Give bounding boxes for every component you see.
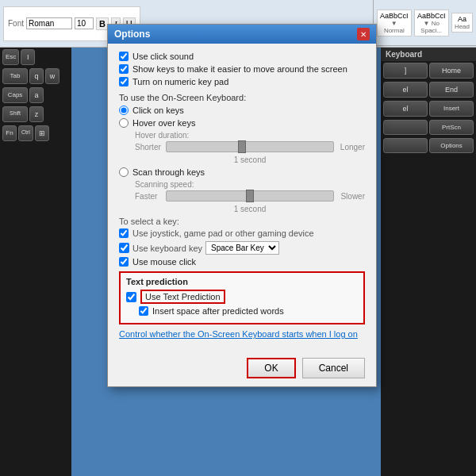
kb-key-win[interactable]: ⊞: [35, 125, 49, 141]
keyboard-key-checkbox[interactable]: [119, 243, 129, 253]
on-screen-label: To use the On-Screen Keyboard:: [119, 93, 365, 102]
hover-over-keys-radio[interactable]: [119, 118, 129, 128]
show-keys-label: Show keys to make it easier to move arou…: [132, 64, 347, 74]
hover-over-keys-label: Hover over keys: [132, 118, 195, 128]
kb-key-options[interactable]: Options: [429, 138, 474, 153]
kb-right-row-4: PrtScn: [381, 118, 476, 136]
scan-keys-row: Scan through keys: [119, 167, 365, 177]
kb-key-bracket[interactable]: ]: [383, 63, 428, 79]
dialog-buttons: OK Cancel: [108, 351, 376, 386]
joystick-row: Use joystick, game pad or other gaming d…: [119, 228, 365, 238]
hover-slider[interactable]: [166, 141, 334, 152]
slower-label: Slower: [337, 192, 365, 201]
kb-key-caps[interactable]: Caps: [2, 87, 28, 103]
shorter-label: Shorter: [135, 143, 163, 152]
kb-key-q[interactable]: q: [29, 68, 44, 84]
hover-slider-container: Shorter Longer: [135, 141, 365, 152]
styles-panel: AaBbCcI ▼ Normal AaBbCcI ▼ No Spaci... A…: [373, 0, 476, 46]
cancel-button[interactable]: Cancel: [302, 358, 365, 378]
use-text-prediction-checkbox[interactable]: [126, 292, 136, 302]
left-keyboard-panel: Esc I Tab q w Caps a Shift z Fn Ctrl ⊞: [0, 48, 71, 476]
insert-space-checkbox[interactable]: [139, 306, 148, 316]
kb-key-z[interactable]: z: [29, 106, 44, 122]
kb-key-ctrl[interactable]: Ctrl: [18, 125, 33, 141]
kb-right-row-2: el End: [381, 80, 476, 99]
kb-key-insert[interactable]: Insert: [429, 101, 474, 117]
kb-right-row-5: Options: [381, 136, 476, 155]
mouse-click-checkbox[interactable]: [119, 257, 129, 267]
style-no-spacing[interactable]: AaBbCcI ▼ No Spaci...: [414, 10, 449, 36]
kb-left-row-4: Shift z: [0, 105, 71, 124]
kb-key-el1[interactable]: el: [383, 82, 428, 98]
scan-slider[interactable]: [166, 190, 334, 202]
click-on-keys-row: Click on keys: [119, 106, 365, 115]
text-prediction-section: Text prediction Use Text Prediction Inse…: [119, 271, 365, 324]
kb-key-l1[interactable]: I: [21, 49, 35, 65]
turn-on-numeric-row: Turn on numeric key pad: [119, 77, 365, 86]
keyboard-key-row: Use keyboard key Space Bar Key: [119, 241, 365, 255]
kb-left-row-1: Esc I: [0, 48, 71, 67]
hover-duration-label: Hover duration:: [135, 131, 365, 140]
keyboard-title: Keyboard: [381, 48, 476, 61]
kb-key-w[interactable]: w: [45, 68, 60, 84]
show-keys-checkbox[interactable]: [119, 64, 129, 74]
scan-keys-radio[interactable]: [119, 167, 129, 177]
scan-keys-label: Scan through keys: [132, 167, 205, 177]
click-on-keys-radio[interactable]: [119, 106, 129, 115]
dialog-body: Use click sound Show keys to make it eas…: [108, 44, 376, 351]
scan-section: Scanning speed: Faster Slower 1 second: [135, 180, 365, 213]
ok-button[interactable]: OK: [247, 358, 295, 378]
hover-over-keys-row: Hover over keys: [119, 118, 365, 128]
joystick-label: Use joystick, game pad or other gaming d…: [132, 228, 314, 238]
font-label: Font: [8, 19, 24, 28]
hover-note: 1 second: [135, 155, 365, 164]
insert-space-label: Insert space after predicted words: [152, 306, 284, 316]
use-text-prediction-label: Use Text Prediction: [140, 290, 225, 304]
kb-key-empty: [383, 120, 428, 135]
turn-on-numeric-label: Turn on numeric key pad: [132, 77, 228, 86]
kb-key-end[interactable]: End: [429, 82, 474, 98]
joystick-checkbox[interactable]: [119, 228, 129, 238]
show-keys-row: Show keys to make it easier to move arou…: [119, 64, 365, 74]
style-heading[interactable]: Aa Head: [451, 13, 473, 33]
use-click-sound-checkbox[interactable]: [119, 52, 129, 61]
kb-key-tab[interactable]: Tab: [2, 68, 28, 84]
dialog-titlebar: Options ✕: [108, 25, 376, 44]
kb-key-prtscn[interactable]: PrtScn: [429, 120, 474, 135]
kb-left-row-2: Tab q w: [0, 67, 71, 86]
kb-left-row-3: Caps a: [0, 86, 71, 105]
kb-key-esc[interactable]: Esc: [2, 49, 19, 65]
select-key-label: To select a key:: [119, 217, 365, 226]
style-normal[interactable]: AaBbCcI ▼ Normal: [377, 10, 412, 36]
mouse-click-row: Use mouse click: [119, 257, 365, 267]
use-click-sound-row: Use click sound: [119, 52, 365, 61]
scanning-speed-label: Scanning speed:: [135, 180, 365, 189]
faster-label: Faster: [135, 192, 163, 201]
size-input[interactable]: [75, 17, 94, 29]
dialog-title: Options: [114, 29, 150, 40]
kb-key-el2[interactable]: el: [383, 101, 428, 117]
kb-key-empty2: [383, 138, 428, 153]
mouse-click-label: Use mouse click: [132, 257, 196, 267]
kb-key-home[interactable]: Home: [429, 63, 474, 79]
close-button[interactable]: ✕: [357, 28, 370, 40]
options-dialog: Options ✕ Use click sound Show keys to m…: [107, 24, 377, 387]
click-on-keys-label: Click on keys: [132, 106, 184, 115]
scan-note: 1 second: [135, 205, 365, 213]
use-click-sound-label: Use click sound: [132, 52, 194, 61]
keyboard-key-select[interactable]: Space Bar Key: [205, 241, 279, 255]
control-link[interactable]: Control whether the On-Screen Keyboard s…: [119, 329, 365, 339]
kb-right-row-3: el Insert: [381, 99, 476, 118]
use-text-prediction-row: Use Text Prediction: [126, 290, 358, 304]
kb-key-a[interactable]: a: [29, 87, 44, 103]
hover-section: Hover duration: Shorter Longer 1 second: [135, 131, 365, 164]
scan-slider-container: Faster Slower: [135, 190, 365, 202]
turn-on-numeric-checkbox[interactable]: [119, 77, 129, 86]
font-input[interactable]: [26, 17, 72, 29]
kb-right-row-1: ] Home: [381, 61, 476, 80]
kb-key-shift[interactable]: Shift: [2, 106, 28, 122]
insert-space-row: Insert space after predicted words: [139, 306, 358, 316]
keyboard-key-label: Use keyboard key: [132, 244, 202, 253]
right-keyboard-panel: Keyboard ] Home el End el Insert PrtScn …: [381, 48, 476, 476]
kb-key-fn[interactable]: Fn: [2, 125, 17, 141]
